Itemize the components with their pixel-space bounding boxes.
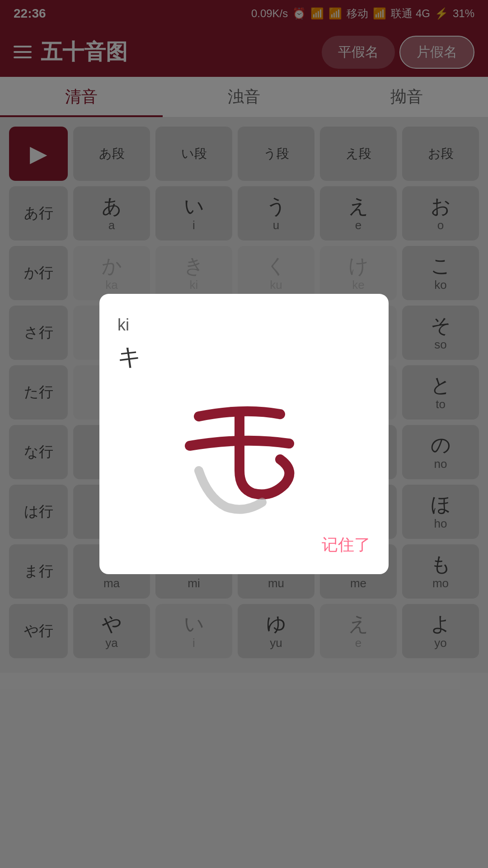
- popup-kana-area: [117, 380, 371, 525]
- popup-bottom: 记住了: [117, 534, 371, 556]
- remember-button[interactable]: 记住了: [322, 534, 371, 556]
- kana-drawing: [163, 380, 325, 525]
- popup-info: ki キ: [117, 312, 371, 376]
- popup-romaji: ki: [117, 312, 371, 338]
- popup-katakana: キ: [117, 338, 371, 376]
- kana-popup: ki キ 记住了: [99, 294, 389, 574]
